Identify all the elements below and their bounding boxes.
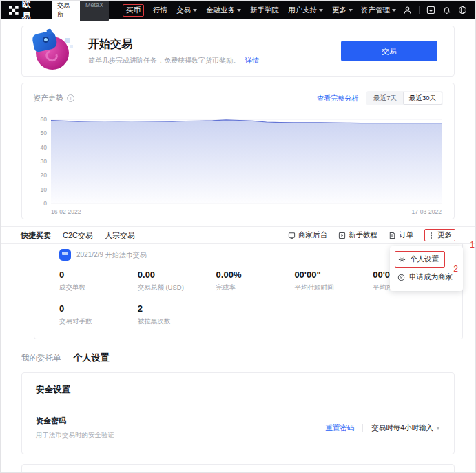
tab-block-trade[interactable]: 大宗交易 [105, 230, 135, 241]
svg-text:60: 60 [41, 116, 48, 123]
ellipsis-vertical-icon [428, 232, 435, 239]
bell-icon[interactable] [442, 6, 451, 14]
tutorial-play-icon [338, 232, 346, 239]
console-icon [288, 232, 296, 239]
svg-text:10: 10 [41, 186, 48, 193]
gear-icon [398, 256, 406, 263]
main-menu: 买币 行情 交易 金融业务 新手学院 用户支持 更多 [123, 4, 353, 17]
divider [362, 424, 363, 432]
svg-text:17-03-2022: 17-03-2022 [412, 208, 442, 215]
product-toggle: 交易所 MetaX [52, 0, 109, 21]
chevron-down-icon [193, 9, 197, 12]
menu-trade[interactable]: 交易 [176, 6, 197, 15]
menu-markets[interactable]: 行情 [153, 6, 167, 15]
hero-title: 开始交易 [88, 37, 259, 52]
merchant-console-link[interactable]: 商家后台 [288, 230, 327, 240]
settings-section-tabs: 我的委托单 个人设置 [21, 352, 455, 364]
range-7d-button[interactable]: 最近7天 [367, 92, 403, 105]
full-analysis-link[interactable]: 查看完整分析 [317, 94, 358, 103]
chevron-down-icon [237, 9, 241, 12]
okx-logo-icon [9, 6, 19, 15]
menu-academy[interactable]: 新手学院 [250, 6, 279, 15]
merchant-badge-icon [397, 274, 405, 281]
range-30d-button[interactable]: 最近30天 [403, 92, 442, 105]
toggle-exchange[interactable]: 交易所 [52, 0, 80, 21]
merchant-stats-section: 2021/2/9 开始法币交易 0 成交单数 0.00 交易总额 (USD) 0… [34, 244, 463, 339]
security-settings-title: 安全设置 [36, 384, 440, 405]
stat-completed-orders: 0 成交单数 [59, 270, 138, 292]
trend-title-row: 资产走势 i [33, 93, 74, 103]
fund-password-block: 资金密码 用于法币交易时的安全验证 [36, 416, 114, 440]
stat-completion-rate: 0.00% 完成率 [216, 270, 295, 292]
svg-text:0: 0 [43, 200, 47, 207]
user-icon[interactable] [403, 6, 412, 14]
start-trading-banner: 开始交易 简单几步完成进阶任务，免费获得数字货币奖励。 详情 交易 [21, 26, 455, 77]
assets-menu[interactable]: 资产管理 [361, 6, 396, 15]
menu-finance[interactable]: 金融业务 [206, 6, 241, 15]
menu-buy-crypto[interactable]: 买币 [126, 6, 141, 15]
more-menu-button[interactable]: 更多 [428, 230, 452, 240]
password-frequency-select[interactable]: 交易时每4小时输入 [371, 423, 440, 433]
annotation-box-more: 更多 [424, 229, 455, 241]
asset-trend-card: 资产走势 i 查看完整分析 最近7天 最近30天 010203040506016… [21, 83, 455, 219]
divider [419, 6, 420, 14]
payment-settings-card: 收付款设置 CNY + 添加收款账号 3 [21, 464, 455, 473]
member-since-text: 2021/2/9 开始法币交易 [76, 250, 147, 260]
menu-more[interactable]: 更多 [332, 6, 353, 15]
tab-personal-settings[interactable]: 个人设置 [74, 352, 110, 364]
toggle-metax[interactable]: MetaX [80, 0, 109, 21]
trade-button[interactable]: 交易 [341, 41, 437, 61]
tab-express-buy-sell[interactable]: 快捷买卖 [21, 230, 51, 241]
more-dropdown-menu: 个人设置 申请成为商家 2 [390, 246, 463, 291]
merchant-avatar [59, 249, 71, 261]
reset-password-link[interactable]: 重置密码 [325, 423, 354, 433]
download-app-icon[interactable] [426, 6, 435, 14]
tab-c2c-trade[interactable]: C2C交易 [63, 230, 93, 241]
mascot-illustration [33, 31, 73, 71]
hero-text: 开始交易 简单几步完成进阶任务，免费获得数字货币奖励。 详情 [88, 37, 259, 66]
svg-text:16-02-2022: 16-02-2022 [51, 208, 81, 215]
stat-avg-payment-time: 00'00" 平均付款时间 [294, 270, 373, 292]
security-settings-card: 安全设置 资金密码 用于法币交易时的安全验证 重置密码 交易时每4小时输入 [21, 372, 455, 454]
fund-password-desc: 用于法币交易时的安全验证 [36, 431, 114, 440]
chevron-down-icon [436, 427, 440, 430]
annotation-step-2: 2 [453, 264, 458, 274]
menu-support[interactable]: 用户支持 [288, 6, 323, 15]
chevron-down-icon [319, 9, 323, 12]
page: 欧易 交易所 MetaX 买币 行情 交易 金融业务 新手学院 用户支持 更多 … [0, 0, 476, 473]
order-document-icon [389, 232, 396, 239]
top-navbar: 欧易 交易所 MetaX 买币 行情 交易 金融业务 新手学院 用户支持 更多 … [1, 1, 475, 19]
logo-text: 欧易 [22, 0, 41, 23]
dropdown-personal-settings[interactable]: 个人设置 [395, 251, 445, 268]
hero-subtitle: 简单几步完成进阶任务，免费获得数字货币奖励。 [88, 56, 240, 66]
okx-logo[interactable]: 欧易 [9, 0, 41, 23]
annotation-step-1: 1 [470, 240, 475, 250]
orders-link[interactable]: 订单 [389, 230, 413, 240]
globe-language-icon[interactable] [458, 6, 467, 14]
stat-trade-volume: 0.00 交易总额 (USD) [138, 270, 216, 292]
beginner-tutorial-link[interactable]: 新手教程 [338, 230, 377, 240]
trade-tabbar: 快捷买卖 C2C交易 大宗交易 商家后台 新手教程 [0, 226, 476, 244]
asset-trend-chart: 010203040506016-02-202217-03-2022 [33, 110, 444, 217]
chevron-down-icon [392, 9, 396, 12]
stat-blacklisted-count: 2 被拉黑次数 [138, 303, 216, 326]
annotation-box-buy: 买币 [123, 4, 144, 17]
svg-text:30: 30 [41, 158, 48, 165]
trend-title: 资产走势 [33, 93, 63, 103]
range-toggle: 最近7天 最近30天 [366, 91, 443, 105]
tab-my-orders[interactable]: 我的委托单 [21, 353, 61, 363]
details-link[interactable]: 详情 [245, 56, 259, 66]
svg-text:20: 20 [41, 172, 48, 179]
stat-counterparties: 0 交易对手数 [59, 303, 138, 326]
svg-text:50: 50 [41, 130, 48, 137]
fund-password-label: 资金密码 [36, 416, 114, 426]
svg-text:40: 40 [41, 144, 48, 151]
navbar-right: 资产管理 [361, 6, 467, 15]
chevron-down-icon [349, 9, 353, 12]
info-icon[interactable]: i [67, 94, 74, 102]
dropdown-apply-merchant[interactable]: 申请成为商家 [390, 269, 463, 285]
